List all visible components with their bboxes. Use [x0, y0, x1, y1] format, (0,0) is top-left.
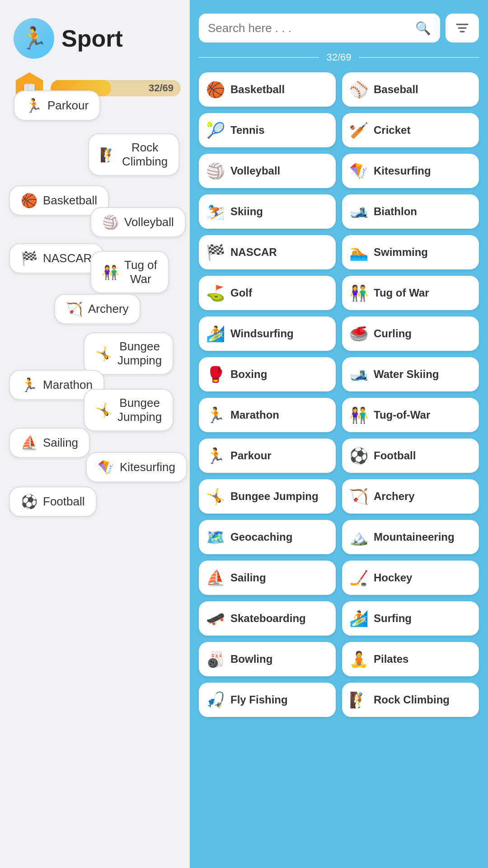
sport-label-cricket: Cricket — [374, 124, 410, 137]
sport-card-geocaching[interactable]: 🗺️ Geocaching — [199, 520, 336, 554]
sport-emoji-tug-of-war-2: 👫 — [349, 406, 368, 424]
sport-card-marathon[interactable]: 🏃 Marathon — [199, 398, 336, 432]
sport-emoji-biathlon: 🎿 — [349, 203, 368, 221]
sport-card-bowling[interactable]: 🎳 Bowling — [199, 642, 336, 676]
filter-button[interactable] — [446, 14, 479, 42]
sport-card-golf[interactable]: ⛳ Golf — [199, 276, 336, 310]
basketball-label: Basketball — [43, 193, 97, 208]
archery-emoji: 🏹 — [66, 301, 83, 317]
sport-card-biathlon[interactable]: 🎿 Biathlon — [342, 194, 479, 229]
sport-card-boxing[interactable]: 🥊 Boxing — [199, 357, 336, 392]
sport-emoji-archery: 🏹 — [349, 487, 368, 505]
sport-emoji-surfing: 🏄 — [349, 609, 368, 627]
sport-card-tennis[interactable]: 🎾 Tennis — [199, 113, 336, 147]
sport-emoji-geocaching: 🗺️ — [206, 528, 225, 546]
left-item-nascar[interactable]: 🏁 NASCAR — [9, 243, 103, 274]
sport-emoji-swimming: 🏊 — [349, 243, 368, 261]
sport-label-volleyball: Volleyball — [230, 165, 280, 178]
progress-text: 32/69 — [149, 82, 174, 94]
left-item-volleyball[interactable]: 🏐 Volleyball — [90, 207, 186, 237]
left-item-tug-of-war[interactable]: 👫 Tug ofWar — [90, 251, 169, 293]
sport-label-tennis: Tennis — [230, 124, 265, 137]
sport-card-hockey[interactable]: 🏒 Hockey — [342, 561, 479, 595]
sport-card-rock-climbing[interactable]: 🧗 Rock Climbing — [342, 683, 479, 717]
sport-card-football[interactable]: ⚽ Football — [342, 439, 479, 473]
left-item-sailing[interactable]: ⛵ Sailing — [9, 428, 90, 458]
app-title: Sport — [61, 25, 123, 52]
sport-emoji-parkour: 🏃 — [206, 447, 225, 465]
rock-climbing-emoji: 🧗 — [100, 147, 117, 163]
sport-label-skiing: Skiing — [230, 205, 263, 218]
left-item-bungee1[interactable]: 🤸 BungeeJumping — [84, 332, 174, 375]
rock-climbing-label: RockClimbing — [122, 141, 168, 169]
kitesurfing-label: Kitesurfing — [120, 460, 175, 474]
sport-card-windsurfing[interactable]: 🏄 Windsurfing — [199, 316, 336, 351]
sport-card-baseball[interactable]: ⚾ Baseball — [342, 72, 479, 107]
sport-label-pilates: Pilates — [374, 653, 408, 666]
sport-emoji-fly-fishing: 🎣 — [206, 691, 225, 709]
sport-card-bungee[interactable]: 🤸 Bungee Jumping — [199, 479, 336, 514]
progress-line-left — [199, 57, 319, 58]
sport-card-parkour[interactable]: 🏃 Parkour — [199, 439, 336, 473]
sport-label-football: Football — [374, 449, 416, 462]
sport-emoji-skiing: ⛷️ — [206, 203, 225, 221]
sport-emoji-bowling: 🎳 — [206, 650, 225, 668]
sport-card-fly-fishing[interactable]: 🎣 Fly Fishing — [199, 683, 336, 717]
sport-label-biathlon: Biathlon — [374, 205, 417, 218]
sport-label-kitesurfing: Kitesurfing — [374, 165, 431, 178]
sport-emoji-baseball: ⚾ — [349, 80, 368, 99]
left-item-archery[interactable]: 🏹 Archery — [54, 294, 141, 324]
sport-card-sailing[interactable]: ⛵ Sailing — [199, 561, 336, 595]
progress-count: 32/69 — [326, 52, 351, 63]
sport-card-surfing[interactable]: 🏄 Surfing — [342, 601, 479, 636]
archery-label: Archery — [88, 302, 129, 316]
sport-emoji-cricket: 🏏 — [349, 121, 368, 139]
sport-label-fly-fishing: Fly Fishing — [230, 693, 288, 707]
sport-label-golf: Golf — [230, 287, 252, 300]
left-item-parkour[interactable]: 🏃 Parkour — [14, 90, 100, 121]
sport-card-curling[interactable]: 🥌 Curling — [342, 316, 479, 351]
football-emoji: ⚽ — [21, 494, 38, 509]
sport-card-pilates[interactable]: 🧘 Pilates — [342, 642, 479, 676]
sport-card-mountaineering[interactable]: 🏔️ Mountaineering — [342, 520, 479, 554]
left-item-football[interactable]: ⚽ Football — [9, 486, 97, 517]
search-icon[interactable]: 🔍 — [415, 21, 431, 36]
sport-emoji-basketball: 🏀 — [206, 80, 225, 99]
sport-card-skiing[interactable]: ⛷️ Skiing — [199, 194, 336, 229]
nascar-emoji: 🏁 — [21, 250, 38, 266]
parkour-label: Parkour — [47, 99, 89, 113]
sailing-emoji: ⛵ — [21, 435, 38, 451]
left-item-rock-climbing[interactable]: 🧗 RockClimbing — [88, 133, 179, 176]
sport-emoji-curling: 🥌 — [349, 325, 368, 343]
sport-emoji-nascar: 🏁 — [206, 243, 225, 261]
search-input[interactable] — [208, 21, 411, 35]
left-item-kitesurfing[interactable]: 🪁 Kitesurfing — [86, 452, 187, 482]
sport-emoji-hockey: 🏒 — [349, 569, 368, 587]
left-item-bungee2[interactable]: 🤸 BungeeJumping — [84, 389, 174, 431]
bungee1-label: BungeeJumping — [117, 340, 162, 368]
sport-card-tug-of-war[interactable]: 👫 Tug of War — [342, 276, 479, 310]
search-input-container[interactable]: 🔍 — [199, 14, 440, 42]
sport-label-nascar: NASCAR — [230, 246, 277, 259]
sport-card-volleyball[interactable]: 🏐 Volleyball — [199, 154, 336, 188]
bungee1-emoji: 🤸 — [95, 346, 112, 362]
sport-emoji-water-skiing: 🎿 — [349, 365, 368, 383]
sport-emoji-tennis: 🎾 — [206, 121, 225, 139]
sport-card-nascar[interactable]: 🏁 NASCAR — [199, 235, 336, 269]
sport-card-kitesurfing[interactable]: 🪁 Kitesurfing — [342, 154, 479, 188]
sport-emoji-kitesurfing: 🪁 — [349, 162, 368, 180]
search-bar: 🔍 — [199, 14, 479, 42]
sport-label-surfing: Surfing — [374, 612, 412, 625]
bungee2-label: BungeeJumping — [117, 396, 162, 424]
sport-emoji-windsurfing: 🏄 — [206, 325, 225, 343]
sport-label-tug-of-war: Tug of War — [374, 287, 429, 300]
sport-card-water-skiing[interactable]: 🎿 Water Skiing — [342, 357, 479, 392]
sport-card-basketball[interactable]: 🏀 Basketball — [199, 72, 336, 107]
sport-label-tug-of-war-2: Tug-of-War — [374, 409, 430, 422]
progress-indicator: 32/69 — [199, 52, 479, 63]
sport-card-archery[interactable]: 🏹 Archery — [342, 479, 479, 514]
sport-card-cricket[interactable]: 🏏 Cricket — [342, 113, 479, 147]
sport-card-skateboarding[interactable]: 🛹 Skateboarding — [199, 601, 336, 636]
sport-card-swimming[interactable]: 🏊 Swimming — [342, 235, 479, 269]
sport-card-tug-of-war-2[interactable]: 👫 Tug-of-War — [342, 398, 479, 432]
